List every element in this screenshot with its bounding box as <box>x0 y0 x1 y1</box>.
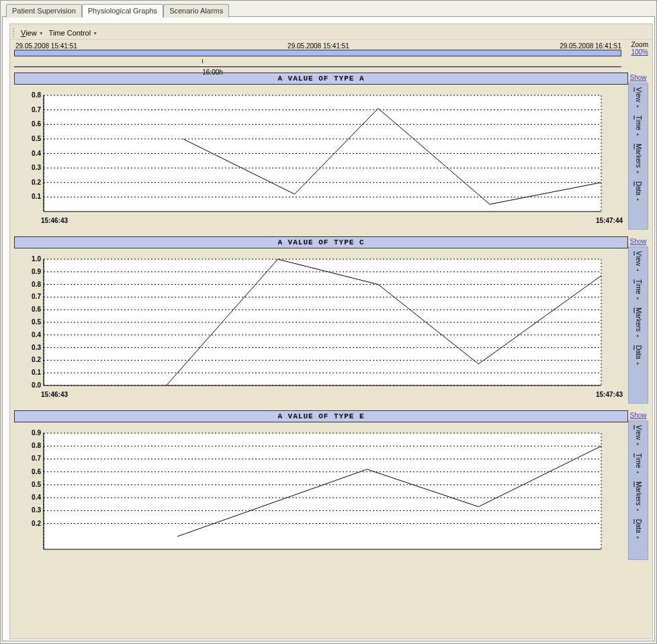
timeline-ruler: 16:00h <box>14 56 621 67</box>
svg-text:0.9: 0.9 <box>32 429 41 436</box>
svg-text:0.8: 0.8 <box>32 281 41 288</box>
tab-physiological-graphs[interactable]: Physiological Graphs <box>82 4 163 17</box>
chart-side-toolbar: View▸ Time▸ Markers▸ Data▸ <box>628 420 648 560</box>
chart-body: 0.20.30.40.50.60.70.80.9 <box>14 422 628 560</box>
side-data-menu[interactable]: Data▸ <box>635 519 642 541</box>
chevron-down-icon: ▼ <box>39 31 44 36</box>
side-view-menu[interactable]: View▸ <box>635 251 642 274</box>
svg-text:0.0: 0.0 <box>32 381 41 389</box>
svg-text:0.8: 0.8 <box>32 91 41 99</box>
side-time-menu[interactable]: Time▸ <box>635 453 642 476</box>
svg-rect-48 <box>44 433 601 549</box>
side-view-menu[interactable]: View▸ <box>635 425 642 448</box>
chart-side-toolbar: View▸ Time▸ Markers▸ Data▸ <box>628 246 648 404</box>
side-data-menu[interactable]: Data▸ <box>635 345 642 367</box>
time-control-menu[interactable]: Time Control ▼ <box>46 28 101 38</box>
side-markers-menu[interactable]: Markers▸ <box>635 144 642 176</box>
chart-sidebar: Show View▸ Time▸ Markers▸ Data▸ <box>628 73 648 230</box>
chart-sidebar: Show View▸ Time▸ Markers▸ Data▸ <box>628 236 648 404</box>
chart-title: A VALUE OF TYPE E <box>14 410 628 422</box>
svg-text:0.7: 0.7 <box>32 293 41 300</box>
toolbar: View ▼ Time Control ▼ <box>10 27 652 40</box>
chart-block: A VALUE OF TYPE C 0.00.10.20.30.40.50.60… <box>14 236 648 404</box>
side-time-menu[interactable]: Time▸ <box>635 116 642 138</box>
show-link[interactable]: Show <box>628 410 648 420</box>
svg-text:0.7: 0.7 <box>32 455 41 462</box>
svg-text:0.1: 0.1 <box>32 193 41 200</box>
side-markers-menu[interactable]: Markers▸ <box>635 481 642 514</box>
chart-block: A VALUE OF TYPE A 0.10.20.30.40.50.60.70… <box>14 73 648 230</box>
chart-sidebar: Show View▸ Time▸ Markers▸ Data▸ <box>628 410 648 560</box>
timeline-end: 29.05.2008 16:41:51 <box>560 42 621 50</box>
timeline-start: 29.05.2008 15:41:51 <box>15 42 77 50</box>
charts-area: A VALUE OF TYPE A 0.10.20.30.40.50.60.70… <box>10 68 652 567</box>
show-link[interactable]: Show <box>628 236 648 246</box>
timeline-slider[interactable] <box>14 50 621 56</box>
svg-text:0.4: 0.4 <box>32 150 41 157</box>
svg-text:0.2: 0.2 <box>32 179 41 186</box>
svg-text:0.8: 0.8 <box>32 442 41 449</box>
side-time-menu[interactable]: Time▸ <box>635 279 642 302</box>
svg-text:0.3: 0.3 <box>32 164 41 171</box>
chart-plot: 0.00.10.20.30.40.50.60.70.80.91.0 <box>21 255 605 389</box>
svg-text:0.5: 0.5 <box>32 481 41 488</box>
inner-panel: View ▼ Time Control ▼ 29.05.2008 15:41:5… <box>9 24 653 639</box>
tab-scenario-alarms[interactable]: Scenario Alarms <box>163 4 229 17</box>
side-view-menu[interactable]: View▸ <box>635 87 642 110</box>
timeline-mid: 29.05.2008 15:41:51 <box>288 42 349 50</box>
chart-x-end: 15:47:43 <box>596 391 623 398</box>
timeline-tick: 16:00h <box>202 68 223 76</box>
chart-plot: 0.20.30.40.50.60.70.80.9 <box>21 429 605 553</box>
view-menu[interactable]: View ▼ <box>18 28 46 38</box>
time-control-menu-label: Time Control <box>49 29 91 37</box>
svg-text:0.2: 0.2 <box>32 356 41 363</box>
svg-text:0.3: 0.3 <box>32 344 41 351</box>
chart-plot: 0.10.20.30.40.50.60.70.8 <box>21 91 605 216</box>
timeline: 29.05.2008 15:41:51 29.05.2008 15:41:51 … <box>10 40 652 68</box>
svg-text:0.7: 0.7 <box>32 106 41 113</box>
svg-text:0.4: 0.4 <box>32 331 41 338</box>
tab-patient-supervision[interactable]: Patient Supervision <box>6 4 82 17</box>
main-window: Patient Supervision Physiological Graphs… <box>0 0 657 644</box>
zoom-value[interactable]: 100% <box>631 48 648 56</box>
svg-text:0.5: 0.5 <box>32 135 41 142</box>
svg-text:0.6: 0.6 <box>32 120 41 128</box>
side-markers-menu[interactable]: Markers▸ <box>635 308 642 340</box>
side-data-menu[interactable]: Data▸ <box>635 181 642 203</box>
view-menu-label: iew <box>26 29 37 37</box>
chart-side-toolbar: View▸ Time▸ Markers▸ Data▸ <box>628 83 648 230</box>
svg-text:0.5: 0.5 <box>32 318 41 326</box>
chart-x-start: 15:46:43 <box>41 391 68 398</box>
chart-title: A VALUE OF TYPE A <box>14 73 628 85</box>
toolbar-gripper-icon <box>13 28 15 38</box>
zoom-label: Zoom <box>631 41 648 48</box>
show-link[interactable]: Show <box>628 73 648 83</box>
svg-text:0.6: 0.6 <box>32 468 41 475</box>
svg-text:0.9: 0.9 <box>32 268 41 275</box>
svg-text:0.4: 0.4 <box>32 494 41 501</box>
chevron-down-icon: ▼ <box>93 31 97 36</box>
chart-x-start: 15:46:43 <box>41 217 68 224</box>
chart-title: A VALUE OF TYPE C <box>14 236 628 248</box>
svg-text:1.0: 1.0 <box>32 255 41 263</box>
content-panel: View ▼ Time Control ▼ 29.05.2008 15:41:5… <box>2 16 655 641</box>
chart-body: 0.00.10.20.30.40.50.60.70.80.91.0 15:46:… <box>14 248 628 404</box>
chart-body: 0.10.20.30.40.50.60.70.8 15:46:43 15:47:… <box>14 85 628 230</box>
chart-x-end: 15:47:44 <box>596 217 623 224</box>
svg-text:0.6: 0.6 <box>32 306 41 313</box>
tabs-row: Patient Supervision Physiological Graphs… <box>2 3 655 17</box>
svg-text:0.1: 0.1 <box>32 369 41 376</box>
chart-block: A VALUE OF TYPE E 0.20.30.40.50.60.70.80… <box>14 410 648 560</box>
svg-text:0.3: 0.3 <box>32 506 41 514</box>
svg-text:0.2: 0.2 <box>32 520 41 527</box>
